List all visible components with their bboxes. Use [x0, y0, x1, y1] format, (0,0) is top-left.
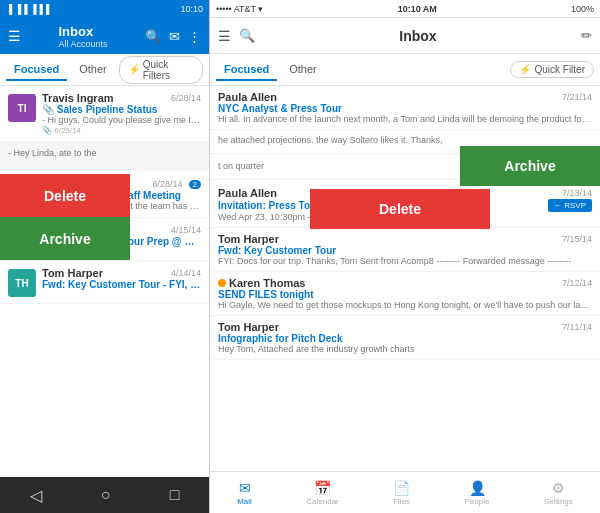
- right-karen-dot: [218, 279, 226, 287]
- right-settings-icon: ⚙: [552, 480, 565, 496]
- right-inbox-label: Inbox: [399, 28, 436, 44]
- right-date-6: 7/12/14: [562, 278, 592, 288]
- left-accounts-label: All Accounts: [58, 39, 107, 49]
- right-bottom-nav: ✉ Mail 📅 Calendar 📄 Files 👤 People ⚙ Set…: [210, 471, 600, 513]
- right-people-label: People: [465, 497, 490, 506]
- right-tab-bar: Focused Other ⚡ Quick Filter: [210, 54, 600, 86]
- right-tab-focused[interactable]: Focused: [216, 59, 277, 81]
- left-sender-1: Travis Ingram: [42, 92, 114, 104]
- left-email-item-1[interactable]: TI Travis Ingram 6/28/14 📎 Sales Pipelin…: [0, 86, 209, 142]
- right-settings-label: Settings: [544, 497, 573, 506]
- left-email-content-1: Travis Ingram 6/28/14 📎 Sales Pipeline S…: [42, 92, 201, 135]
- right-search-icon[interactable]: 🔍: [239, 28, 255, 43]
- left-tab-focused[interactable]: Focused: [6, 59, 67, 81]
- left-email-meta-5: Tom Harper 4/14/14: [42, 267, 201, 279]
- right-email-item-5[interactable]: Tom Harper 7/15/14 Fwd: Key Customer Tou…: [210, 228, 600, 272]
- left-badge-3: 2: [189, 180, 201, 189]
- left-date-1: 6/28/14: [171, 93, 201, 103]
- left-email-meta-1: Travis Ingram 6/28/14: [42, 92, 201, 104]
- left-swipe-delete[interactable]: Delete: [0, 174, 130, 217]
- left-phone: ▐ ▐▐ ▐▐▐ 10:10 ☰ Inbox All Accounts 🔍 ✉ …: [0, 0, 210, 513]
- right-files-icon: 📄: [393, 480, 410, 496]
- left-email-content-5: Tom Harper 4/14/14 Fwd: Key Customer Tou…: [42, 267, 201, 290]
- right-sender-4: Paula Allen: [218, 187, 277, 199]
- right-subject-1: NYC Analyst & Press Tour: [218, 103, 592, 114]
- right-preview-5: FYI: Docs for our trip. Thanks, Tom Sent…: [218, 256, 592, 266]
- left-home-button[interactable]: ○: [101, 486, 111, 504]
- left-header: ☰ Inbox All Accounts 🔍 ✉ ⋮: [0, 18, 209, 54]
- right-date-1: 7/21/14: [562, 92, 592, 102]
- left-lightning-icon: ⚡: [128, 64, 140, 75]
- left-subject-5: Fwd: Key Customer Tour - FYI, Docs: [42, 279, 201, 290]
- right-subject-7: Infographic for Pitch Deck: [218, 333, 592, 344]
- left-swipe-archive[interactable]: Archive: [0, 217, 130, 260]
- right-nav-files[interactable]: 📄 Files: [393, 480, 410, 506]
- left-tab-bar: Focused Other ⚡ Quick Filters: [0, 54, 209, 86]
- right-preview-6: Hi Gayle, We need to get those mockups t…: [218, 300, 592, 310]
- right-compose-icon[interactable]: ✏: [581, 28, 592, 43]
- right-email-item-7[interactable]: Tom Harper 7/11/14 Infographic for Pitch…: [210, 316, 600, 360]
- right-date-4: 7/13/14: [562, 188, 592, 198]
- right-nav-calendar[interactable]: 📅 Calendar: [306, 480, 338, 506]
- right-preview-1: Hi all. In advance of the launch next mo…: [218, 114, 592, 124]
- left-quick-filter-button[interactable]: ⚡ Quick Filters: [119, 56, 203, 84]
- left-flag-1: 📎: [42, 104, 54, 115]
- left-date-3: 6/28/14: [153, 179, 183, 189]
- right-preview-2: he attached projections. the way Soltero…: [218, 135, 592, 145]
- right-email-list: Paula Allen 7/21/14 NYC Analyst & Press …: [210, 86, 600, 471]
- right-nav-people[interactable]: 👤 People: [465, 480, 490, 506]
- right-nav-settings[interactable]: ⚙ Settings: [544, 480, 573, 506]
- right-sender-5: Tom Harper: [218, 233, 279, 245]
- right-date-7: 7/11/14: [562, 322, 592, 332]
- left-email-item-2[interactable]: - Hey Linda, ate to the: [0, 142, 209, 170]
- right-signal: ••••• AT&T ▾: [216, 4, 263, 14]
- left-avatar-5: TH: [8, 269, 36, 297]
- left-back-button[interactable]: ◁: [30, 486, 42, 505]
- right-rsvp-button[interactable]: ← RSVP: [548, 199, 592, 212]
- right-people-icon: 👤: [469, 480, 486, 496]
- left-compose-icon[interactable]: ✉: [169, 29, 180, 44]
- left-avatar-1: TI: [8, 94, 36, 122]
- left-preview-1: - Hi guys, Could you please give me the …: [42, 115, 201, 125]
- left-bottom-nav: ◁ ○ □: [0, 477, 209, 513]
- left-inbox-label: Inbox: [58, 24, 107, 39]
- right-swipe-delete[interactable]: Delete: [310, 189, 490, 229]
- left-search-icon[interactable]: 🔍: [145, 29, 161, 44]
- left-header-icons: 🔍 ✉ ⋮: [145, 29, 201, 44]
- right-tab-other[interactable]: Other: [281, 59, 325, 81]
- right-nav-mail[interactable]: ✉ Mail: [237, 480, 252, 506]
- right-files-label: Files: [393, 497, 410, 506]
- left-delete-label: Delete: [44, 188, 86, 204]
- left-time: 10:10: [180, 4, 203, 14]
- left-email-list: TI Travis Ingram 6/28/14 📎 Sales Pipelin…: [0, 86, 209, 477]
- right-mail-icon: ✉: [239, 480, 251, 496]
- left-email-content-2: - Hey Linda, ate to the: [8, 148, 201, 158]
- left-recents-button[interactable]: □: [170, 486, 180, 504]
- left-tab-other[interactable]: Other: [71, 59, 115, 81]
- right-lightning-icon: ⚡: [519, 64, 531, 75]
- right-email-item-1[interactable]: Paula Allen 7/21/14 NYC Analyst & Press …: [210, 86, 600, 130]
- right-quick-filter-button[interactable]: ⚡ Quick Filter: [510, 61, 594, 78]
- right-swipe-archive[interactable]: Archive: [460, 146, 600, 186]
- right-calendar-icon: 📅: [314, 480, 331, 496]
- right-sender-6: Karen Thomas: [229, 277, 305, 289]
- right-preview-7: Hey Tom, Attached are the industry growt…: [218, 344, 592, 354]
- left-archive-label: Archive: [39, 231, 90, 247]
- right-delete-label: Delete: [379, 201, 421, 217]
- right-subject-5: Fwd: Key Customer Tour: [218, 245, 592, 256]
- right-subject-6: SEND FILES tonight: [218, 289, 592, 300]
- left-more-icon[interactable]: ⋮: [188, 29, 201, 44]
- right-email-item-6[interactable]: Karen Thomas 7/12/14 SEND FILES tonight …: [210, 272, 600, 316]
- right-header: ☰ 🔍 Inbox ✏: [210, 18, 600, 54]
- right-status-bar: ••••• AT&T ▾ 10:10 AM 100%: [210, 0, 600, 18]
- left-quick-filter-label: Quick Filters: [143, 59, 194, 81]
- left-date-4: 4/15/14: [171, 225, 201, 235]
- left-subject-1: 📎 Sales Pipeline Status: [42, 104, 201, 115]
- left-status-bar: ▐ ▐▐ ▐▐▐ 10:10: [0, 0, 209, 18]
- right-date-5: 7/15/14: [562, 234, 592, 244]
- left-menu-icon[interactable]: ☰: [8, 28, 21, 44]
- left-email-item-5[interactable]: TH Tom Harper 4/14/14 Fwd: Key Customer …: [0, 261, 209, 304]
- left-flag-date-1: 📎 6/29/14: [42, 126, 201, 135]
- right-archive-label: Archive: [504, 158, 555, 174]
- right-menu-icon[interactable]: ☰: [218, 28, 231, 44]
